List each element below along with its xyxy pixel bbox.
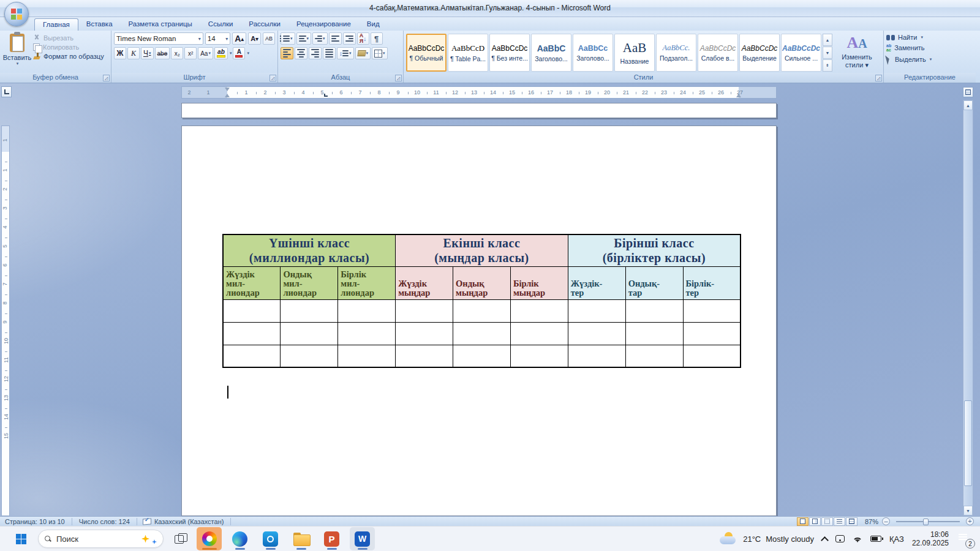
- tab-stop-marker[interactable]: [324, 94, 328, 97]
- wifi-icon[interactable]: [853, 535, 862, 542]
- task-view-button[interactable]: [175, 533, 187, 544]
- ribbon-tab[interactable]: Вид: [359, 18, 388, 31]
- table-empty-cell[interactable]: [223, 322, 281, 345]
- table-empty-cell[interactable]: [568, 299, 625, 322]
- table-empty-cell[interactable]: [223, 345, 281, 367]
- show-marks-button[interactable]: ¶: [371, 32, 383, 45]
- table-empty-cell[interactable]: [338, 345, 396, 367]
- table-empty-cell[interactable]: [396, 345, 453, 367]
- ribbon-tab[interactable]: Рассылки: [241, 18, 288, 31]
- taskbar-app-explorer[interactable]: [288, 527, 314, 550]
- table-subheader-cell[interactable]: Ондық мил- лиондар: [281, 266, 338, 299]
- font-dialog-launcher[interactable]: ◿: [270, 75, 276, 81]
- justify-button[interactable]: [323, 47, 336, 59]
- taskbar-app-outlook[interactable]: [258, 527, 283, 550]
- styles-dialog-launcher[interactable]: ◿: [875, 75, 882, 81]
- table-empty-cell[interactable]: [281, 345, 338, 367]
- table-empty-cell[interactable]: [338, 299, 396, 322]
- table-empty-cell[interactable]: [453, 299, 511, 322]
- paste-button[interactable]: Вставить ▾: [2, 32, 32, 73]
- document-page[interactable]: Үшінші класс (миллиондар класы)Екінші кл…: [181, 126, 777, 516]
- table-empty-cell[interactable]: [281, 322, 338, 345]
- zoom-out-button[interactable]: –: [882, 517, 890, 525]
- tab-selector-button[interactable]: [1, 86, 12, 97]
- ribbon-tab[interactable]: Разметка страницы: [121, 18, 200, 31]
- table-subheader-cell[interactable]: Ондық- тар: [625, 266, 683, 299]
- numbering-button[interactable]: ▾: [296, 32, 312, 45]
- line-spacing-button[interactable]: ↕▾: [337, 47, 354, 59]
- style-gallery-item[interactable]: AaBbCЗаголово...: [531, 34, 571, 72]
- font-color-button[interactable]: А: [233, 47, 245, 59]
- table-empty-cell[interactable]: [510, 299, 568, 322]
- style-gallery-item[interactable]: AaBbCcDcСлабое в...: [698, 34, 738, 72]
- scroll-down-button[interactable]: ▼: [963, 506, 973, 515]
- language-indicator[interactable]: Казахский (Казахстан): [152, 518, 226, 525]
- table-class-header[interactable]: Екінші класс (мыңдар класы): [396, 234, 568, 266]
- clipboard-dialog-launcher[interactable]: ◿: [103, 75, 110, 81]
- change-case-button[interactable]: Aa▾: [198, 47, 213, 59]
- table-subheader-cell[interactable]: Жүздік мыңдар: [396, 266, 453, 299]
- table-subheader-cell[interactable]: Бірлік- тер: [683, 266, 741, 299]
- start-button[interactable]: [9, 527, 33, 551]
- align-left-button[interactable]: [281, 47, 293, 59]
- style-gallery-item[interactable]: AaBbCcDcВыделение: [739, 34, 780, 72]
- style-scroll-down[interactable]: ▼: [823, 47, 832, 59]
- ribbon-tab[interactable]: Рецензирование: [288, 18, 359, 31]
- table-empty-cell[interactable]: [510, 322, 568, 345]
- shading-button[interactable]: ▾: [355, 47, 371, 59]
- highlight-color-button[interactable]: ab: [214, 47, 228, 59]
- grow-font-button[interactable]: А▴: [232, 32, 246, 45]
- table-subheader-cell[interactable]: Жүздік- тер: [568, 266, 625, 299]
- style-gallery-more[interactable]: ⇟: [823, 59, 832, 72]
- font-name-combo[interactable]: Times New Roman▾: [114, 32, 203, 45]
- clear-formatting-button[interactable]: АВ: [263, 32, 275, 45]
- scrollbar-thumb[interactable]: [964, 400, 972, 486]
- horizontal-ruler[interactable]: 2112345678910111213141516171819202122232…: [181, 86, 777, 99]
- decrease-indent-button[interactable]: [329, 32, 342, 45]
- tray-chevron-icon[interactable]: [821, 536, 829, 544]
- underline-button[interactable]: Ч▾: [141, 47, 154, 59]
- first-line-indent-marker[interactable]: [225, 88, 230, 91]
- increase-indent-button[interactable]: [343, 32, 356, 45]
- select-button[interactable]: Выделить ▾: [886, 54, 973, 64]
- fullscreen-reading-view-button[interactable]: [809, 517, 821, 526]
- paragraph-dialog-launcher[interactable]: ◿: [395, 75, 402, 81]
- format-painter-button[interactable]: Формат по образцу: [33, 53, 108, 60]
- style-scroll-up[interactable]: ▲: [823, 34, 832, 46]
- style-gallery-item[interactable]: AaBbCcD¶ Table Pa...: [448, 34, 488, 72]
- office-button[interactable]: [4, 2, 29, 26]
- page-indicator[interactable]: Страница: 10 из 10: [2, 518, 67, 525]
- table-empty-cell[interactable]: [223, 299, 281, 322]
- borders-button[interactable]: ▾: [372, 47, 388, 59]
- zoom-level[interactable]: 87%: [865, 518, 878, 525]
- number-classes-table[interactable]: Үшінші класс (миллиондар класы)Екінші кл…: [222, 234, 741, 368]
- table-subheader-cell[interactable]: Жүздік мил- лиондар: [223, 266, 281, 299]
- scroll-up-button[interactable]: ▲: [963, 100, 973, 110]
- taskbar-app-copilot[interactable]: [197, 527, 222, 550]
- table-empty-cell[interactable]: [683, 322, 741, 345]
- superscript-button[interactable]: x²: [184, 47, 197, 59]
- hanging-indent-marker[interactable]: [225, 94, 230, 97]
- previous-page-bottom[interactable]: [181, 103, 777, 118]
- outline-view-button[interactable]: [834, 517, 845, 526]
- table-empty-cell[interactable]: [625, 299, 683, 322]
- style-gallery-item[interactable]: AaBНазвание: [614, 34, 655, 72]
- ribbon-tab[interactable]: Ссылки: [200, 18, 241, 31]
- table-empty-cell[interactable]: [453, 322, 511, 345]
- word-count[interactable]: Число слов: 124: [77, 518, 132, 525]
- copy-button[interactable]: Копировать: [33, 43, 108, 51]
- print-layout-view-button[interactable]: [797, 517, 809, 526]
- draft-view-button[interactable]: [846, 517, 858, 526]
- table-class-header[interactable]: Бірінші класс (бірліктер класы): [568, 234, 741, 266]
- table-subheader-cell[interactable]: Ондық мыңдар: [453, 266, 511, 299]
- weather-widget[interactable]: 21°C Mostly cloudy: [720, 532, 814, 545]
- table-empty-cell[interactable]: [510, 345, 568, 367]
- zoom-slider-thumb[interactable]: [923, 519, 929, 525]
- table-empty-cell[interactable]: [625, 322, 683, 345]
- table-empty-cell[interactable]: [396, 322, 453, 345]
- cut-button[interactable]: Вырезать: [33, 34, 108, 42]
- style-gallery-item[interactable]: AaBbCc.Подзагол...: [656, 34, 696, 72]
- spellcheck-icon[interactable]: [143, 518, 151, 525]
- phone-link-icon[interactable]: [835, 535, 845, 542]
- table-empty-cell[interactable]: [568, 345, 625, 367]
